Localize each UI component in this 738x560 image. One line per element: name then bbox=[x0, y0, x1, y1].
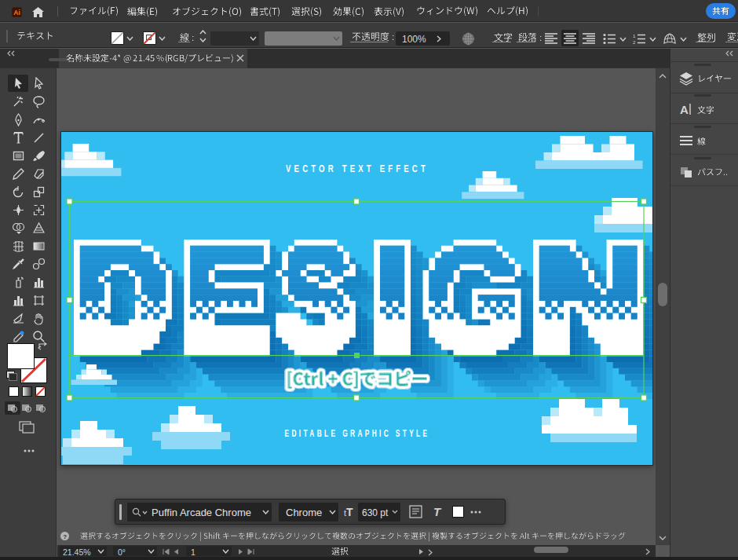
svg-text:2: 2 bbox=[633, 40, 636, 45]
svg-text:EDITABLE GRAPHIC STYLE: EDITABLE GRAPHIC STYLE bbox=[285, 427, 430, 439]
svg-text:VECTOR TEXT EFFECT: VECTOR TEXT EFFECT bbox=[286, 163, 429, 174]
svg-text:1: 1 bbox=[633, 34, 636, 38]
svg-text:A: A bbox=[680, 103, 689, 116]
